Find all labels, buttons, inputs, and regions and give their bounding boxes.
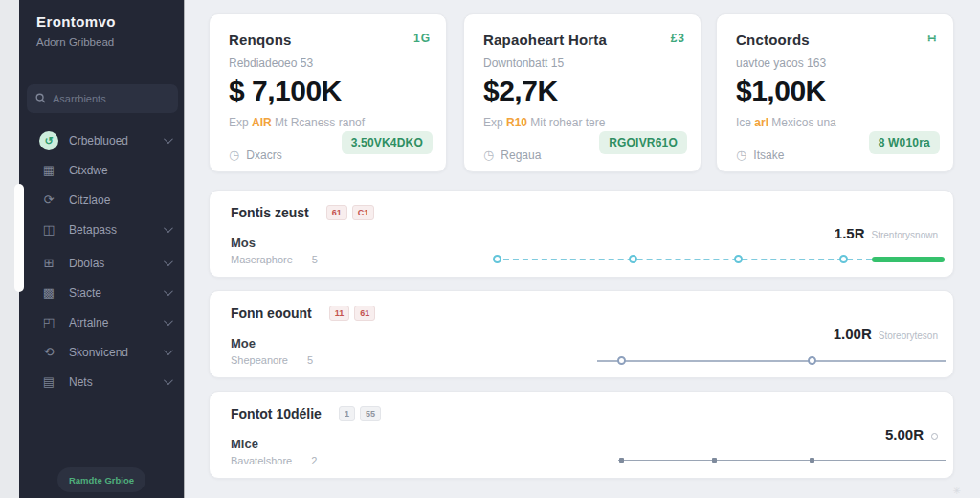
slider-handle[interactable] bbox=[619, 458, 624, 463]
clock-icon: ◷ bbox=[736, 147, 746, 162]
row-value: 1.5RStrentorysnown bbox=[835, 225, 938, 241]
row-title: Fontis zeust 61 C1 bbox=[231, 205, 374, 220]
progress-bar bbox=[872, 257, 945, 262]
slider-handle[interactable] bbox=[617, 356, 626, 365]
card-note: Exp R10 Mit rohear tere bbox=[483, 116, 685, 129]
sidebar-item-states[interactable]: ▩ Stacte bbox=[19, 278, 184, 307]
slider-handle[interactable] bbox=[493, 255, 501, 263]
card-footer-link[interactable]: ◷Itsake bbox=[736, 147, 784, 162]
chevron-down-icon bbox=[164, 375, 173, 385]
sidebar-item-orders[interactable]: ▦ Gtxdwe bbox=[19, 155, 184, 185]
row-title: Fonn eoount 11 61 bbox=[231, 306, 375, 321]
dashboard-icon: ↺ bbox=[39, 131, 58, 150]
sidebar-item-label: Skonvicend bbox=[69, 346, 128, 359]
chevron-down-icon bbox=[164, 286, 173, 296]
slider-handle[interactable] bbox=[839, 255, 848, 263]
stat-card-repayment: Rapaoheart Horta £3 Downtonbatt 15 $2,7K… bbox=[463, 13, 702, 172]
sidebar-item-analytics[interactable]: ◰ Atrtalne bbox=[19, 307, 184, 337]
sidebar-item-label: Citzlaoe bbox=[69, 193, 110, 207]
tag-chip: 61 bbox=[354, 306, 375, 321]
row-value: 1.00RStoreoryteson bbox=[834, 326, 938, 342]
frame-icon: ◰ bbox=[39, 315, 58, 329]
sidebar-item-settings[interactable]: ◫ Betapass bbox=[19, 215, 184, 244]
card-subtitle: Downtonbatt 15 bbox=[483, 57, 685, 70]
row-sublabel: Bavatelshore2 bbox=[231, 455, 317, 466]
sidebar-item-label: Crbebluoed bbox=[69, 134, 128, 147]
row-value-note: Storeoryteson bbox=[879, 330, 938, 341]
search-input[interactable] bbox=[53, 93, 169, 104]
card-title: Cnctoords bbox=[736, 32, 810, 48]
tag-chip: C1 bbox=[352, 205, 375, 220]
stat-corner-icon: ∺ bbox=[927, 32, 938, 45]
stat-card-customers: Cnctoords ∺ uavtoe yacos 163 $1,00K Ice … bbox=[716, 13, 954, 172]
orders-icon: ▦ bbox=[39, 163, 58, 177]
brand-subtitle: Adorn Gribbead bbox=[36, 36, 114, 48]
row-label: Moe bbox=[231, 336, 256, 351]
clock-icon: ◷ bbox=[483, 147, 494, 162]
note-highlight: AIR bbox=[252, 116, 272, 129]
sidebar: Erontomvo Adorn Gribbead ↺ Crbebluoed ▦ … bbox=[19, 0, 184, 498]
clock-icon: ◷ bbox=[229, 147, 239, 162]
sidebar-item-label: Gtxdwe bbox=[69, 164, 108, 177]
sync-icon: ⟲ bbox=[39, 345, 58, 359]
sidebar-footer-button[interactable]: Ramdte Grbioe bbox=[57, 467, 145, 492]
menu-icon: ▤ bbox=[39, 374, 58, 389]
card-note: Ice arl Mexicos una bbox=[736, 116, 938, 129]
row-label: Mos bbox=[231, 236, 256, 250]
sidebar-item-catalog[interactable]: ⟳ Citzlaoe bbox=[19, 185, 184, 215]
sidebar-item-dashboard[interactable]: ↺ Crbebluoed bbox=[19, 125, 184, 155]
card-footer-link[interactable]: ◷Regaua bbox=[483, 147, 541, 162]
stat-corner-icon: 1G bbox=[413, 32, 431, 45]
brand-title: Erontomvo bbox=[36, 13, 116, 30]
sidebar-item-label: Stacte bbox=[69, 286, 101, 300]
tag-chip: 11 bbox=[329, 306, 350, 321]
card-note: Exp AIR Mt Rcaness ranof bbox=[229, 116, 431, 129]
status-badge: 8 W010ra bbox=[869, 131, 940, 154]
sidebar-item-label: Betapass bbox=[69, 223, 117, 237]
sidebar-item-label: Dbolas bbox=[69, 257, 104, 270]
note-highlight: R10 bbox=[506, 116, 527, 129]
card-title: Renqons bbox=[229, 32, 292, 48]
dashboard-page: Erontomvo Adorn Gribbead ↺ Crbebluoed ▦ … bbox=[0, 0, 980, 498]
grid-icon: ⊞ bbox=[39, 256, 58, 270]
slider-track[interactable] bbox=[597, 360, 946, 362]
card-footer-link[interactable]: ◷Dxacrs bbox=[229, 147, 282, 162]
boxes-icon: ▩ bbox=[39, 285, 58, 300]
sidebar-item-products[interactable]: ⊞ Dbolas bbox=[19, 248, 184, 278]
slider-handle[interactable] bbox=[810, 458, 814, 463]
row-value: 5.00R bbox=[885, 426, 938, 442]
sidebar-item-label: Atrtalne bbox=[69, 316, 108, 329]
tag-chip: 55 bbox=[360, 406, 381, 421]
card-value: $ 7,100K bbox=[229, 75, 431, 107]
tag-chip: 61 bbox=[326, 205, 347, 220]
row-value-note: Strentorysnown bbox=[872, 230, 938, 240]
chevron-down-icon bbox=[164, 316, 173, 326]
sidebar-scroll-thumb[interactable] bbox=[14, 184, 24, 292]
row-title: Fontot 10délie 1 55 bbox=[231, 406, 381, 421]
sidebar-item-marketing[interactable]: ⟲ Skonvicend bbox=[19, 337, 184, 367]
slider-handle[interactable] bbox=[808, 356, 816, 365]
search-icon bbox=[35, 90, 46, 107]
slider-handle[interactable] bbox=[629, 255, 637, 263]
slider-track[interactable] bbox=[618, 460, 946, 461]
slider-handle[interactable] bbox=[734, 255, 743, 263]
sparkle-icon: ✳ bbox=[953, 486, 961, 496]
row-sublabel: Maseraphore5 bbox=[231, 254, 318, 265]
note-highlight: arl bbox=[754, 116, 768, 129]
card-value: $1,00K bbox=[736, 75, 938, 107]
card-title: Rapaoheart Horta bbox=[483, 32, 607, 48]
refresh-icon: ⟳ bbox=[39, 192, 58, 207]
slider-handle[interactable] bbox=[712, 458, 717, 463]
stat-card-revenue: Renqons 1G Rebdiadeoeo 53 $ 7,100K Exp A… bbox=[209, 13, 447, 172]
chevron-down-icon bbox=[164, 257, 173, 266]
card-subtitle: Rebdiadeoeo 53 bbox=[229, 57, 431, 70]
slider-track[interactable] bbox=[494, 259, 872, 260]
sidebar-item-news[interactable]: ▤ Nets bbox=[19, 367, 184, 396]
status-badge: 3.50VK4DKO bbox=[342, 131, 433, 154]
sidebar-search[interactable] bbox=[27, 84, 178, 113]
status-badge: RGOIVR61O bbox=[599, 131, 687, 154]
chevron-down-icon bbox=[164, 346, 173, 355]
tag-chip: 1 bbox=[339, 406, 355, 421]
row-label: Mice bbox=[231, 437, 258, 451]
chevron-down-icon bbox=[164, 134, 173, 144]
